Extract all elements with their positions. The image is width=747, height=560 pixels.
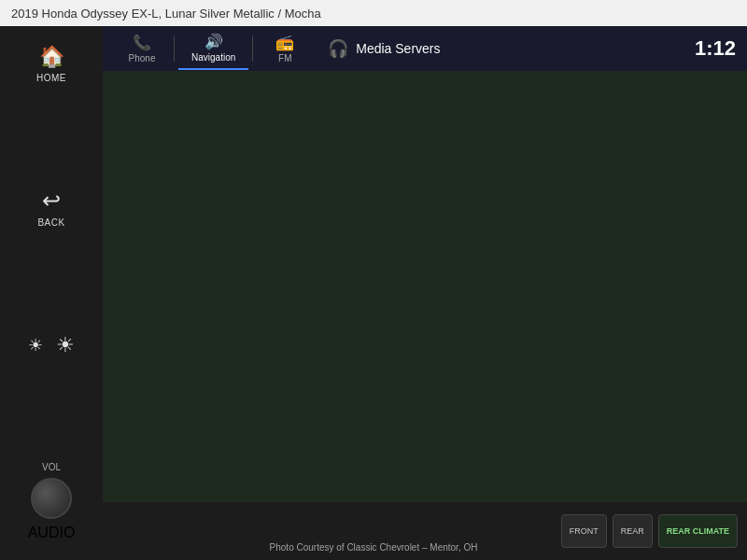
front-button[interactable]: FRONT	[561, 514, 607, 548]
screen: 📞 Phone 🔊 Navigation 📻 FM 🎧	[103, 26, 747, 502]
fm-icon: 📻	[275, 34, 294, 51]
tab-separator-1	[174, 35, 175, 62]
vol-label: VOL	[42, 462, 61, 472]
infotainment-screen: 📞 Phone 🔊 Navigation 📻 FM 🎧	[103, 26, 747, 560]
tab-phone-label: Phone	[129, 53, 156, 63]
navigation-icon: 🔊	[204, 33, 223, 50]
media-section: 🎧 Media Servers	[328, 38, 440, 59]
audio-label: AUDIO	[28, 525, 76, 541]
rear-climate-button[interactable]: REAR CLIMATE	[658, 514, 738, 548]
tab-fm-label: FM	[278, 53, 291, 63]
tab-phone[interactable]: 📞 Phone	[114, 28, 170, 69]
home-icon: 🏠	[39, 45, 64, 69]
back-label: BACK	[37, 217, 64, 228]
rear-button[interactable]: REAR	[613, 514, 653, 548]
left-controls-panel: 🏠 HOME ↩ BACK ☀ ☀ VOL AUDIO	[0, 26, 103, 560]
back-button[interactable]: ↩ BACK	[37, 188, 64, 228]
car-title: 2019 Honda Odyssey EX-L, Lunar Silver Me…	[11, 7, 321, 21]
brightness-controls: ☀ ☀	[28, 333, 75, 357]
tab-fm[interactable]: 📻 FM	[257, 28, 313, 69]
phone-icon: 📞	[133, 34, 151, 51]
bottom-controls: FRONT REAR REAR CLIMATE	[103, 502, 747, 560]
brightness-up-icon[interactable]: ☀	[56, 333, 75, 357]
top-info-bar: 2019 Honda Odyssey EX-L, Lunar Silver Me…	[0, 0, 747, 26]
volume-knob[interactable]	[31, 478, 72, 519]
navigation-bar: 📞 Phone 🔊 Navigation 📻 FM 🎧	[103, 26, 747, 71]
brightness-down-icon[interactable]: ☀	[28, 335, 43, 356]
nav-tabs: 📞 Phone 🔊 Navigation 📻 FM	[114, 27, 313, 70]
main-area: 🏠 HOME ↩ BACK ☀ ☀ VOL AUDIO 📞 Phone	[0, 26, 747, 560]
media-label: Media Servers	[356, 41, 440, 56]
tab-navigation[interactable]: 🔊 Navigation	[178, 27, 248, 70]
time-display: 1:12	[695, 36, 736, 61]
headphones-icon: 🎧	[328, 38, 348, 59]
volume-section: VOL AUDIO	[28, 462, 76, 541]
home-button[interactable]: 🏠 HOME	[36, 45, 66, 83]
tab-navigation-label: Navigation	[191, 52, 235, 63]
tab-separator-2	[252, 35, 253, 62]
back-icon: ↩	[42, 188, 61, 214]
home-label: HOME	[36, 73, 66, 83]
